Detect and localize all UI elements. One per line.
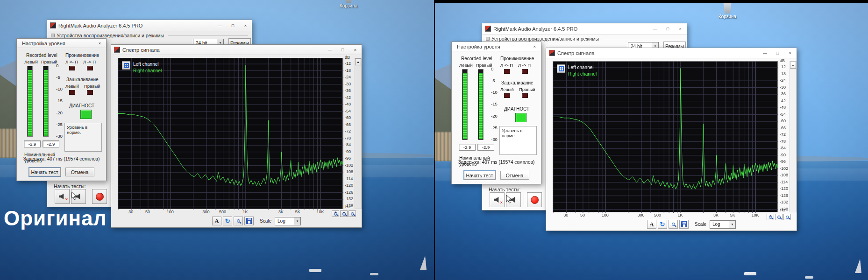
recycle-bin[interactable]: Корзина	[713, 3, 741, 19]
scale-tick: -30	[56, 133, 63, 139]
devices-group: Устройства воспроизведения/записи и режи…	[486, 36, 683, 42]
plot-scrollbar[interactable]: ▲	[790, 61, 797, 212]
maximize-icon[interactable]: □	[336, 45, 349, 55]
level-dialog-titlebar[interactable]: Настройка уровня ×	[17, 39, 106, 48]
devices-group-label: Устройства воспроизведения/записи и режи…	[57, 33, 164, 38]
font-button[interactable]: A	[647, 220, 656, 229]
spectrum-titlebar[interactable]: Спектр сигнала — □ ×	[111, 45, 362, 55]
close-icon[interactable]: ×	[784, 48, 797, 58]
clipping-indicator-left	[504, 93, 510, 98]
db-tick: -54	[345, 109, 351, 113]
legend-button[interactable]	[557, 64, 565, 73]
plot-scrollbar[interactable]: ▲	[355, 58, 362, 209]
sailboat	[855, 259, 861, 273]
mute-x-icon: ×	[65, 197, 68, 202]
zoom-reset-button[interactable]	[349, 210, 356, 217]
level-dialog-title: Настройка уровня	[22, 41, 93, 46]
zoom-tool-button[interactable]	[669, 220, 678, 229]
db-tick: -96	[345, 156, 351, 161]
scale-tick: 0	[56, 63, 63, 68]
scroll-up-icon[interactable]: ▲	[355, 58, 361, 65]
maximize-icon[interactable]: □	[662, 23, 674, 34]
desktop: Корзина RightMark Audio Analyzer 6.4.5 P…	[0, 0, 434, 280]
freq-tick: 3K	[713, 213, 719, 217]
minimize-icon[interactable]: —	[759, 48, 771, 58]
panel-left: Корзина RightMark Audio Analyzer 6.4.5 P…	[0, 0, 434, 280]
record-button[interactable]	[92, 189, 107, 204]
save-button[interactable]	[244, 217, 254, 225]
save-button[interactable]	[679, 220, 689, 229]
recycle-bin-icon	[344, 0, 353, 3]
close-icon[interactable]: ×	[349, 45, 362, 55]
group-toggle-icon[interactable]	[486, 37, 490, 41]
legend-button[interactable]	[122, 61, 130, 70]
zoom-in-button[interactable]: +	[767, 214, 774, 220]
mute-speaker-button[interactable]: ×	[490, 192, 505, 207]
close-icon[interactable]: ×	[93, 39, 106, 48]
refresh-button[interactable]: ↻	[223, 217, 232, 225]
freq-tick: 50	[145, 210, 150, 214]
level-dialog: Настройка уровня × Recorded level Левый …	[451, 42, 541, 184]
app-icon	[485, 26, 491, 32]
freq-tick: 30	[128, 210, 133, 214]
penetration-indicator-right	[87, 66, 93, 70]
start-test-button[interactable]: Начать тест	[29, 168, 61, 176]
scale-select[interactable]: Log ▼	[710, 220, 736, 229]
close-icon[interactable]: ×	[239, 20, 252, 31]
minimize-icon[interactable]: —	[649, 23, 662, 34]
db-tick: -36	[345, 88, 351, 93]
scale-value: Log	[277, 218, 285, 224]
sailboat	[420, 256, 427, 270]
group-divider	[168, 35, 248, 36]
zoom-reset-button[interactable]	[783, 214, 791, 220]
scale-tick: -30	[491, 137, 498, 142]
cancel-button[interactable]: Отмена	[65, 168, 94, 176]
scale-select[interactable]: Log ▼	[275, 217, 301, 225]
right-level-value: -2.9	[43, 140, 59, 147]
cancel-button[interactable]: Отмена	[500, 171, 529, 180]
hz-unit-label: Hz	[345, 204, 350, 209]
group-toggle-icon[interactable]	[51, 34, 55, 37]
db-tick: -12	[345, 61, 351, 66]
toolbar-separator	[89, 190, 89, 203]
record-button[interactable]	[527, 192, 542, 207]
main-window-titlebar[interactable]: RightMark Audio Analyzer 6.4.5 PRO — □ ×	[47, 20, 252, 31]
spectrum-plot[interactable]: Left channel Right channel	[118, 58, 343, 209]
zoom-in-button[interactable]: +	[332, 210, 339, 217]
freq-tick: 10K	[752, 213, 759, 217]
app-icon	[50, 22, 56, 28]
left-level-meter	[27, 66, 33, 137]
mute-speaker-button[interactable]: ×	[55, 189, 70, 204]
db-tick: -72	[345, 129, 351, 133]
maximize-icon[interactable]: □	[227, 20, 239, 31]
refresh-button[interactable]: ↻	[658, 220, 667, 229]
scroll-up-icon[interactable]: ▲	[790, 62, 796, 69]
maximize-icon[interactable]: □	[771, 48, 784, 58]
freq-axis: 30501003005001K3K5K10K	[553, 213, 778, 218]
close-icon[interactable]: ×	[528, 42, 541, 51]
close-icon[interactable]: ×	[674, 23, 687, 34]
start-test-button[interactable]: Начать тест	[464, 171, 496, 180]
zoom-out-button[interactable]: −	[340, 210, 348, 217]
zoom-out-button[interactable]: −	[775, 214, 783, 220]
minimize-icon[interactable]: —	[324, 45, 336, 55]
level-dialog-titlebar[interactable]: Настройка уровня ×	[452, 42, 541, 51]
spectrum-plot-svg	[553, 62, 778, 213]
spectrum-titlebar[interactable]: Спектр сигнала — □ ×	[546, 48, 797, 58]
pen-l-from-r-label: Л <- П	[500, 63, 513, 68]
db-tick: -18	[780, 71, 786, 76]
freq-tick: 5K	[730, 213, 735, 217]
main-window-titlebar[interactable]: RightMark Audio Analyzer 6.4.5 PRO — □ ×	[482, 23, 687, 35]
magnifier-icon	[237, 219, 240, 223]
spectrum-plot[interactable]: Left channel Right channel	[553, 61, 778, 212]
zoom-tool-button[interactable]	[234, 217, 243, 225]
playback-toolbar: ×	[490, 192, 542, 207]
minimize-icon[interactable]: —	[214, 20, 227, 31]
record-icon	[96, 193, 104, 201]
recycle-bin[interactable]: Корзина	[334, 0, 363, 8]
scale-label: Scale	[695, 222, 706, 227]
freq-tick: 5K	[295, 210, 300, 214]
grid-icon	[559, 66, 564, 71]
font-button[interactable]: A	[212, 217, 221, 225]
floppy-disk-icon	[246, 218, 252, 224]
